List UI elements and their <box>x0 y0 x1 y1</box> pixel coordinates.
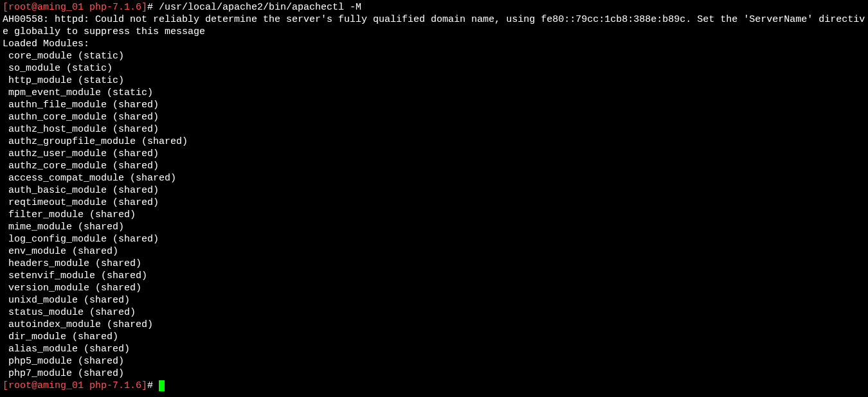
module-line: php5_module (shared) <box>3 356 124 367</box>
module-line: headers_module (shared) <box>3 258 141 269</box>
module-line: authz_groupfile_module (shared) <box>3 136 188 147</box>
prompt-hash: # <box>147 2 159 13</box>
terminal-output[interactable]: [root@aming_01 php-7.1.6]# /usr/local/ap… <box>0 0 868 393</box>
module-line: authz_user_module (shared) <box>3 148 159 159</box>
module-line: unixd_module (shared) <box>3 295 130 306</box>
loaded-modules-header: Loaded Modules: <box>3 39 89 49</box>
module-line: mime_module (shared) <box>3 222 124 233</box>
module-line: env_module (shared) <box>3 246 118 257</box>
module-line: http_module (static) <box>3 75 124 86</box>
module-line: log_config_module (shared) <box>3 234 159 245</box>
module-line: authn_core_module (shared) <box>3 112 159 123</box>
module-line: so_module (static) <box>3 63 113 74</box>
module-line: php7_module (shared) <box>3 368 124 379</box>
module-line: version_module (shared) <box>3 283 141 294</box>
cursor-icon <box>159 380 165 391</box>
module-line: access_compat_module (shared) <box>3 173 176 184</box>
module-line: mpm_event_module (static) <box>3 87 153 98</box>
module-line: authz_core_module (shared) <box>3 161 159 172</box>
module-line: auth_basic_module (shared) <box>3 185 159 196</box>
module-line: alias_module (shared) <box>3 344 130 355</box>
module-line: autoindex_module (shared) <box>3 319 153 330</box>
module-line: setenvif_module (shared) <box>3 270 147 281</box>
module-line: filter_module (shared) <box>3 209 136 220</box>
module-line: reqtimeout_module (shared) <box>3 197 159 208</box>
prompt-user-host: [root@aming_01 php-7.1.6] <box>3 2 147 13</box>
prompt-hash: # <box>147 380 159 391</box>
prompt-user-host: [root@aming_01 php-7.1.6] <box>3 380 147 391</box>
module-line: authn_file_module (shared) <box>3 100 159 110</box>
module-line: core_module (static) <box>3 51 124 62</box>
warning-line: AH00558: httpd: Could not reliably deter… <box>3 14 865 37</box>
module-line: status_module (shared) <box>3 307 136 318</box>
module-line: authz_host_module (shared) <box>3 124 159 135</box>
command-text: /usr/local/apache2/bin/apachectl -M <box>159 2 361 13</box>
module-line: dir_module (shared) <box>3 331 118 342</box>
